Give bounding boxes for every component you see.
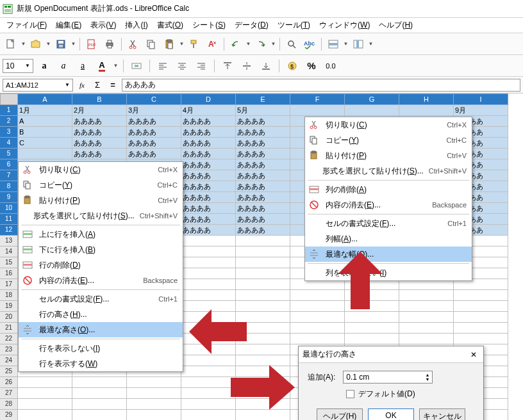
row-header[interactable]: 16 xyxy=(0,268,18,279)
context-menu-item[interactable]: 上に行を挿入(A) xyxy=(19,227,183,242)
cell[interactable]: ああああ xyxy=(72,127,127,138)
row-header[interactable]: 24 xyxy=(0,355,18,366)
row-header[interactable]: 15 xyxy=(0,257,18,268)
copy-button[interactable] xyxy=(143,36,160,52)
column-header[interactable]: E xyxy=(236,93,290,105)
cell[interactable] xyxy=(127,410,181,420)
cell[interactable] xyxy=(399,334,454,344)
cell[interactable]: 3月 xyxy=(127,105,181,116)
cell[interactable] xyxy=(181,236,236,246)
context-menu-item[interactable]: 行を表示する(W) xyxy=(19,356,183,371)
row-header[interactable]: 6 xyxy=(0,159,18,170)
help-button[interactable]: ヘルプ(H) xyxy=(317,408,363,420)
undo-button[interactable] xyxy=(228,36,244,52)
context-menu-item[interactable]: 形式を選択して貼り付け(S)...Ctrl+Shift+V xyxy=(305,163,472,179)
menubar-item[interactable]: ファイル(F) xyxy=(3,19,51,32)
context-menu-item[interactable]: 列を表示しない(I) xyxy=(305,265,472,280)
cell[interactable] xyxy=(290,323,345,334)
cell[interactable]: ああああ xyxy=(181,225,236,236)
print-button[interactable] xyxy=(101,36,118,52)
row-header[interactable]: 21 xyxy=(0,323,18,334)
cell[interactable] xyxy=(454,323,508,334)
cell[interactable] xyxy=(236,268,290,279)
context-menu-item[interactable]: 下に行を挿入(B) xyxy=(19,242,183,257)
row-header[interactable]: 25 xyxy=(0,366,18,377)
column-header[interactable]: G xyxy=(345,93,399,105)
formula-input[interactable]: ああああ xyxy=(122,79,520,92)
new-button[interactable] xyxy=(3,36,19,52)
cell[interactable] xyxy=(72,388,127,399)
row-header[interactable]: 9 xyxy=(0,192,18,203)
context-menu-item[interactable]: 列幅(A)... xyxy=(305,231,472,246)
context-menu-item[interactable]: セルの書式設定(F)...Ctrl+1 xyxy=(19,291,183,307)
currency-button[interactable]: $ xyxy=(284,58,301,74)
row-header[interactable]: 12 xyxy=(0,225,18,236)
align-top-button[interactable] xyxy=(219,58,236,74)
cell[interactable]: ああああ xyxy=(127,149,181,159)
menubar-item[interactable]: ツール(T) xyxy=(274,19,314,32)
cell[interactable]: 4月 xyxy=(181,105,236,116)
cell[interactable] xyxy=(181,257,236,268)
cancel-button[interactable]: キャンセル xyxy=(419,408,465,420)
context-menu-item[interactable]: セルの書式設定(F)...Ctrl+1 xyxy=(305,216,472,231)
context-menu-item[interactable]: 最適な幅(O)... xyxy=(305,246,472,262)
eq-button[interactable]: = xyxy=(106,79,119,92)
column-header[interactable]: C xyxy=(127,93,181,105)
menubar-item[interactable]: ウィンドウ(W) xyxy=(315,19,374,32)
redo-button[interactable] xyxy=(253,36,269,52)
cell[interactable] xyxy=(181,268,236,279)
cell[interactable]: ああああ xyxy=(236,225,290,236)
context-menu-item[interactable]: コピー(Y)Ctrl+C xyxy=(305,133,472,148)
row-header[interactable]: 23 xyxy=(0,344,18,355)
italic-button[interactable]: a xyxy=(55,58,72,74)
context-menu-item[interactable]: 形式を選択して貼り付け(S)...Ctrl+Shift+V xyxy=(19,208,183,223)
cell[interactable] xyxy=(18,149,72,159)
cell[interactable] xyxy=(72,410,127,420)
context-menu-item[interactable]: 切り取り(C)Ctrl+X xyxy=(19,162,183,177)
cell[interactable]: ああああ xyxy=(181,203,236,214)
cell[interactable]: B xyxy=(18,127,72,138)
fx-button[interactable]: fx xyxy=(76,79,88,92)
cell[interactable] xyxy=(454,290,508,301)
row-header[interactable]: 17 xyxy=(0,279,18,290)
align-center-button[interactable] xyxy=(174,58,190,74)
cell[interactable] xyxy=(290,334,345,344)
clear-format-button[interactable]: A xyxy=(204,36,220,52)
menubar-item[interactable]: データ(D) xyxy=(231,19,272,32)
row-header[interactable]: 10 xyxy=(0,203,18,214)
cell[interactable]: ああああ xyxy=(72,116,127,127)
open-button[interactable] xyxy=(28,36,44,52)
cell[interactable] xyxy=(454,334,508,344)
cell[interactable] xyxy=(399,312,454,323)
cell[interactable] xyxy=(127,388,181,399)
cell[interactable] xyxy=(181,290,236,301)
align-middle-button[interactable] xyxy=(238,58,255,74)
cell[interactable] xyxy=(454,301,508,312)
cell[interactable] xyxy=(72,377,127,388)
menubar-item[interactable]: 書式(O) xyxy=(153,19,187,32)
context-menu-item[interactable]: 最適な高さ(O)... xyxy=(19,322,183,337)
cell[interactable]: ああああ xyxy=(127,127,181,138)
number-button[interactable]: 0.0 xyxy=(322,58,339,74)
cell[interactable]: ああああ xyxy=(236,203,290,214)
context-menu-item[interactable]: 貼り付け(P)Ctrl+V xyxy=(19,193,183,208)
spellcheck-button[interactable]: Abc xyxy=(301,36,318,52)
column-header[interactable]: I xyxy=(454,93,508,105)
name-box[interactable]: A1:AMJ12▼ xyxy=(3,79,73,92)
context-menu-item[interactable]: 行を表示しない(I) xyxy=(19,341,183,356)
row-header[interactable]: 7 xyxy=(0,170,18,181)
cell[interactable] xyxy=(290,312,345,323)
save-button[interactable] xyxy=(53,36,69,52)
add-value-input[interactable]: 0.1 cm ▲▼ xyxy=(343,371,433,384)
select-all-corner[interactable] xyxy=(0,93,18,105)
context-menu-item[interactable]: 貼り付け(P)Ctrl+V xyxy=(305,148,472,163)
cell[interactable]: ああああ xyxy=(236,116,290,127)
align-right-button[interactable] xyxy=(193,58,210,74)
cell[interactable]: ああああ xyxy=(127,116,181,127)
ok-button[interactable]: OK xyxy=(368,408,414,420)
row-header[interactable]: 27 xyxy=(0,388,18,399)
row-header[interactable]: 18 xyxy=(0,290,18,301)
cell[interactable]: ああああ xyxy=(72,138,127,149)
row-header[interactable]: 26 xyxy=(0,377,18,388)
cell[interactable]: ああああ xyxy=(236,181,290,192)
